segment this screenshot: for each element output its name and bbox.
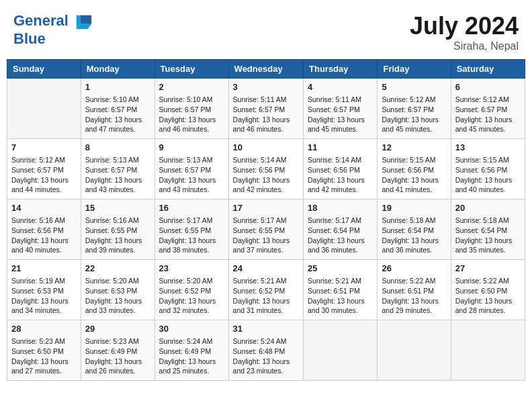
sunset-text: Sunset: 6:55 PM	[233, 226, 299, 236]
sunset-text: Sunset: 6:49 PM	[159, 347, 224, 357]
day-number: 22	[85, 263, 150, 275]
logo-icon	[74, 12, 93, 31]
day-cell: 21Sunrise: 5:19 AMSunset: 6:53 PMDayligh…	[7, 260, 81, 320]
daylight-text: Daylight: 13 hours and 34 minutes.	[11, 296, 77, 316]
sunrise-text: Sunrise: 5:14 AM	[233, 155, 299, 165]
day-cell: 8Sunrise: 5:13 AMSunset: 6:57 PMDaylight…	[81, 139, 154, 199]
header-cell-monday: Monday	[81, 60, 154, 79]
daylight-text: Daylight: 13 hours and 42 minutes.	[233, 175, 299, 195]
sunset-text: Sunset: 6:57 PM	[159, 165, 224, 175]
sunrise-text: Sunrise: 5:13 AM	[85, 155, 150, 165]
sunrise-text: Sunrise: 5:11 AM	[308, 95, 373, 105]
day-cell: 6Sunrise: 5:12 AMSunset: 6:57 PMDaylight…	[451, 79, 525, 139]
sunrise-text: Sunrise: 5:14 AM	[308, 155, 373, 165]
daylight-text: Daylight: 13 hours and 45 minutes.	[455, 115, 521, 134]
day-cell: 15Sunrise: 5:16 AMSunset: 6:55 PMDayligh…	[81, 199, 154, 260]
sunset-text: Sunset: 6:57 PM	[159, 105, 224, 115]
day-number: 12	[382, 142, 446, 154]
sunrise-text: Sunrise: 5:21 AM	[233, 276, 299, 286]
day-cell: 29Sunrise: 5:23 AMSunset: 6:49 PMDayligh…	[81, 320, 154, 381]
day-number: 25	[308, 263, 373, 275]
day-number: 23	[159, 263, 224, 275]
sunrise-text: Sunrise: 5:13 AM	[159, 155, 224, 165]
day-cell: 19Sunrise: 5:18 AMSunset: 6:54 PMDayligh…	[378, 199, 451, 260]
daylight-text: Daylight: 13 hours and 47 minutes.	[85, 115, 150, 134]
sunrise-text: Sunrise: 5:10 AM	[85, 95, 150, 105]
daylight-text: Daylight: 13 hours and 25 minutes.	[159, 357, 224, 376]
day-number: 11	[308, 142, 373, 154]
day-number: 9	[159, 142, 224, 154]
day-number: 2	[159, 81, 224, 93]
sunset-text: Sunset: 6:52 PM	[233, 286, 299, 296]
day-cell	[378, 320, 451, 381]
header-cell-saturday: Saturday	[451, 60, 525, 79]
sunrise-text: Sunrise: 5:19 AM	[11, 276, 77, 286]
day-cell: 11Sunrise: 5:14 AMSunset: 6:56 PMDayligh…	[304, 139, 378, 199]
daylight-text: Daylight: 13 hours and 36 minutes.	[308, 236, 373, 255]
sunset-text: Sunset: 6:57 PM	[382, 105, 446, 115]
title-area: July 2024 Siraha, Nepal	[410, 12, 519, 52]
day-number: 19	[382, 202, 446, 214]
day-number: 1	[85, 81, 150, 93]
daylight-text: Daylight: 13 hours and 44 minutes.	[11, 175, 77, 195]
day-cell: 30Sunrise: 5:24 AMSunset: 6:49 PMDayligh…	[154, 320, 228, 381]
sunset-text: Sunset: 6:53 PM	[85, 286, 150, 296]
daylight-text: Daylight: 13 hours and 39 minutes.	[85, 236, 150, 255]
day-number: 21	[11, 263, 77, 275]
day-number: 28	[11, 323, 77, 335]
header-cell-thursday: Thursday	[304, 60, 378, 79]
day-cell: 10Sunrise: 5:14 AMSunset: 6:56 PMDayligh…	[228, 139, 303, 199]
sunset-text: Sunset: 6:57 PM	[11, 165, 77, 175]
sunrise-text: Sunrise: 5:12 AM	[11, 155, 77, 165]
daylight-text: Daylight: 13 hours and 41 minutes.	[382, 175, 446, 195]
week-row-5: 28Sunrise: 5:23 AMSunset: 6:50 PMDayligh…	[7, 320, 525, 381]
day-number: 31	[233, 323, 299, 335]
month-year: July 2024	[410, 12, 519, 40]
sunset-text: Sunset: 6:56 PM	[233, 165, 299, 175]
day-number: 18	[308, 202, 373, 214]
week-row-4: 21Sunrise: 5:19 AMSunset: 6:53 PMDayligh…	[7, 260, 525, 320]
day-cell: 18Sunrise: 5:17 AMSunset: 6:54 PMDayligh…	[304, 199, 378, 260]
sunrise-text: Sunrise: 5:24 AM	[233, 336, 299, 347]
day-number: 27	[455, 263, 521, 275]
sunrise-text: Sunrise: 5:10 AM	[159, 95, 224, 105]
logo: General Blue	[13, 12, 93, 47]
sunset-text: Sunset: 6:50 PM	[455, 286, 521, 296]
sunset-text: Sunset: 6:56 PM	[382, 165, 446, 175]
day-cell: 13Sunrise: 5:15 AMSunset: 6:56 PMDayligh…	[451, 139, 525, 199]
day-number: 15	[85, 202, 150, 214]
day-cell: 17Sunrise: 5:17 AMSunset: 6:55 PMDayligh…	[228, 199, 303, 260]
sunset-text: Sunset: 6:54 PM	[382, 226, 446, 236]
sunset-text: Sunset: 6:57 PM	[455, 105, 521, 115]
daylight-text: Daylight: 13 hours and 28 minutes.	[455, 296, 521, 316]
sunrise-text: Sunrise: 5:23 AM	[85, 336, 150, 347]
day-cell: 16Sunrise: 5:17 AMSunset: 6:55 PMDayligh…	[154, 199, 228, 260]
header-cell-sunday: Sunday	[7, 60, 81, 79]
day-cell: 9Sunrise: 5:13 AMSunset: 6:57 PMDaylight…	[154, 139, 228, 199]
day-cell: 14Sunrise: 5:16 AMSunset: 6:56 PMDayligh…	[7, 199, 81, 260]
sunset-text: Sunset: 6:50 PM	[11, 347, 77, 357]
daylight-text: Daylight: 13 hours and 42 minutes.	[308, 175, 373, 195]
sunset-text: Sunset: 6:49 PM	[85, 347, 150, 357]
day-number: 3	[233, 81, 299, 93]
day-cell: 28Sunrise: 5:23 AMSunset: 6:50 PMDayligh…	[7, 320, 81, 381]
daylight-text: Daylight: 13 hours and 45 minutes.	[382, 115, 446, 134]
location: Siraha, Nepal	[410, 40, 519, 52]
daylight-text: Daylight: 13 hours and 38 minutes.	[159, 236, 224, 255]
sunrise-text: Sunrise: 5:23 AM	[11, 336, 77, 347]
header-cell-friday: Friday	[378, 60, 451, 79]
sunset-text: Sunset: 6:51 PM	[308, 286, 373, 296]
sunset-text: Sunset: 6:55 PM	[85, 226, 150, 236]
sunrise-text: Sunrise: 5:20 AM	[85, 276, 150, 286]
day-number: 24	[233, 263, 299, 275]
day-number: 13	[455, 142, 521, 154]
sunrise-text: Sunrise: 5:17 AM	[308, 216, 373, 226]
sunrise-text: Sunrise: 5:11 AM	[233, 95, 299, 105]
sunrise-text: Sunrise: 5:17 AM	[159, 216, 224, 226]
day-cell: 27Sunrise: 5:22 AMSunset: 6:50 PMDayligh…	[451, 260, 525, 320]
day-number: 26	[382, 263, 446, 275]
week-row-3: 14Sunrise: 5:16 AMSunset: 6:56 PMDayligh…	[7, 199, 525, 260]
sunset-text: Sunset: 6:56 PM	[455, 165, 521, 175]
sunset-text: Sunset: 6:56 PM	[308, 165, 373, 175]
svg-marker-0	[80, 15, 91, 24]
